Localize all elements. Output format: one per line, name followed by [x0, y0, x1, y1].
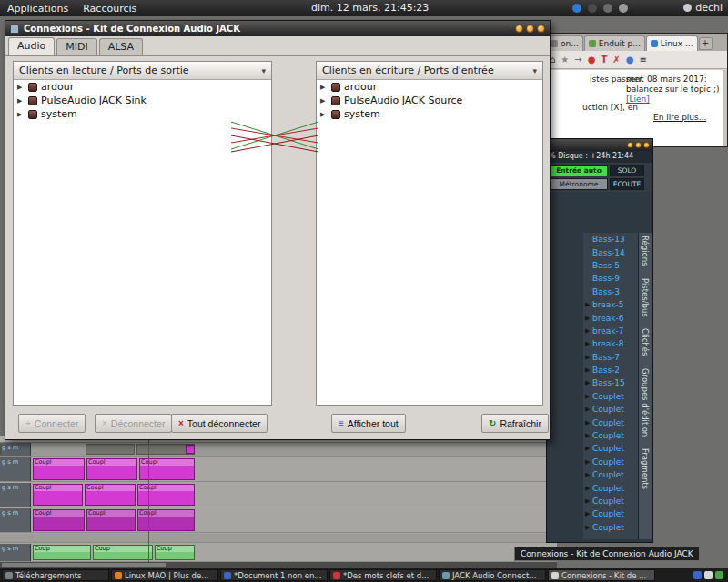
- tab-audio[interactable]: Audio: [8, 37, 55, 55]
- expander-icon[interactable]: ▶: [585, 510, 591, 517]
- audio-region[interactable]: [0, 444, 2, 455]
- expander-icon[interactable]: ▶: [585, 445, 591, 452]
- region-list-item[interactable]: ▶Couplet: [583, 416, 640, 428]
- browser-scrollbar[interactable]: [723, 70, 727, 146]
- camera-icon[interactable]: [588, 4, 597, 13]
- audio-region[interactable]: Coupl: [86, 458, 137, 480]
- disconnect-button[interactable]: ×Déconnecter: [95, 414, 172, 433]
- minimize-button[interactable]: [515, 25, 523, 33]
- audio-region[interactable]: Coup: [155, 545, 195, 560]
- expander-icon[interactable]: ▶: [585, 406, 591, 413]
- expander-icon[interactable]: ▶: [17, 84, 25, 91]
- show-all-button[interactable]: ≡Afficher tout: [331, 414, 406, 433]
- expander-icon[interactable]: ▶: [17, 97, 25, 105]
- region-list-item[interactable]: Bass-9: [583, 272, 640, 285]
- share-icon[interactable]: →: [574, 55, 581, 65]
- audio-region[interactable]: Coupl: [86, 509, 136, 531]
- clock[interactable]: dim. 12 mars, 21:45:23: [311, 2, 429, 14]
- horizontal-scrollbar[interactable]: [0, 562, 557, 568]
- side-tab-pistes[interactable]: Pistes/bus: [641, 278, 650, 317]
- region-list-item[interactable]: ▶Couplet: [583, 429, 640, 442]
- task-connexions[interactable]: Connexions - Kit de ...: [548, 569, 655, 581]
- tab-alsa[interactable]: ALSA: [99, 38, 143, 55]
- adblock-icon[interactable]: ●: [588, 55, 596, 65]
- region-list-item[interactable]: ▶Couplet: [583, 403, 640, 416]
- expander-icon[interactable]: ▶: [585, 497, 591, 505]
- close-button[interactable]: [537, 25, 545, 33]
- side-tab-regions[interactable]: Régions: [641, 236, 650, 266]
- audio-region[interactable]: [86, 444, 135, 455]
- region-list-item[interactable]: ▶break-7: [583, 325, 640, 337]
- client-item[interactable]: ▶PulseAudio JACK Sink: [14, 94, 271, 107]
- scrollbar-thumb[interactable]: [2, 563, 166, 567]
- region-list-item[interactable]: ▶Couplet: [583, 495, 640, 507]
- audio-region[interactable]: [186, 445, 195, 454]
- jack-titlebar[interactable]: Connexions - Kit de Connexion Audio JACK: [5, 21, 550, 36]
- messenger-icon[interactable]: [572, 4, 581, 13]
- region-list-item[interactable]: ▶Bass-15: [583, 376, 640, 389]
- client-item[interactable]: ▶ardour: [14, 80, 271, 94]
- translate-icon[interactable]: T: [601, 55, 607, 65]
- side-tab-fragments[interactable]: Fragments: [641, 448, 650, 489]
- expander-icon[interactable]: ▶: [585, 315, 591, 322]
- expander-icon[interactable]: ▶: [585, 432, 591, 439]
- audio-region[interactable]: Coupl: [137, 509, 195, 531]
- expander-icon[interactable]: ▶: [585, 471, 591, 478]
- region-list-item[interactable]: ▶Couplet: [583, 442, 640, 455]
- audio-region[interactable]: Coupl: [137, 484, 195, 506]
- track-header[interactable]: g s m: [0, 443, 31, 456]
- audio-region[interactable]: Coupl: [33, 509, 85, 531]
- client-item[interactable]: ▶system: [14, 107, 271, 121]
- client-item[interactable]: ▶PulseAudio JACK Source: [317, 94, 542, 107]
- auto-input-button[interactable]: Entrée auto: [550, 165, 608, 176]
- bookmark-star-icon[interactable]: ★: [561, 55, 569, 65]
- audio-region[interactable]: Coupl: [85, 484, 136, 506]
- expander-icon[interactable]: ▶: [585, 458, 591, 466]
- expander-icon[interactable]: ▶: [585, 327, 591, 335]
- expander-icon[interactable]: ▶: [320, 97, 328, 105]
- task-telechargements[interactable]: Téléchargements: [2, 569, 109, 581]
- client-item[interactable]: ▶ardour: [317, 80, 542, 94]
- new-tab-button[interactable]: +: [699, 37, 713, 50]
- user-menu[interactable]: dechi: [683, 2, 723, 14]
- task-jack[interactable]: JACK Audio Connect...: [439, 569, 546, 581]
- minimize-button[interactable]: [627, 142, 633, 148]
- menu-icon[interactable]: ≡: [639, 55, 646, 65]
- region-list-item[interactable]: ▶Couplet: [583, 390, 640, 403]
- tray-indicator-1[interactable]: [693, 571, 702, 579]
- audio-region[interactable]: Coup: [33, 545, 91, 560]
- region-list-item[interactable]: Bass-14: [583, 246, 640, 258]
- region-list-item[interactable]: ▶Couplet: [583, 456, 640, 468]
- audio-region[interactable]: Coupl: [33, 458, 85, 480]
- region-list-item[interactable]: ▶Couplet: [583, 481, 640, 494]
- expander-icon[interactable]: ▶: [585, 393, 591, 400]
- expander-icon[interactable]: ▶: [585, 366, 591, 374]
- browser-tab-linux[interactable]: Linux ...: [646, 35, 698, 51]
- disconnect-all-button[interactable]: ×Tout déconnecter: [171, 414, 268, 433]
- refresh-button[interactable]: ↻Rafraîchir: [481, 414, 549, 433]
- input-ports-header[interactable]: Clients en écriture / Ports d'entrée ▾: [317, 62, 542, 80]
- region-list-item[interactable]: ▶Couplet: [583, 507, 640, 520]
- region-list-item[interactable]: Bass-5: [583, 259, 640, 272]
- output-ports-header[interactable]: Clients en lecture / Ports de sortie ▾: [14, 62, 271, 80]
- expander-icon[interactable]: ▶: [585, 301, 591, 308]
- expander-icon[interactable]: ▶: [585, 524, 591, 531]
- region-list-item[interactable]: ▶break-5: [583, 298, 640, 311]
- side-tab-groupes[interactable]: Groupes d'édition: [641, 368, 650, 436]
- region-list-item[interactable]: ▶Couplet: [583, 521, 640, 534]
- metronome-button[interactable]: Métronome: [550, 178, 608, 190]
- expander-icon[interactable]: ▶: [320, 111, 328, 118]
- region-list-item[interactable]: ▶Bass-7: [583, 351, 640, 364]
- maximize-button[interactable]: [635, 142, 642, 148]
- media-player-icon[interactable]: [603, 4, 612, 13]
- read-more-link[interactable]: En lire plus...: [653, 113, 706, 122]
- expander-icon[interactable]: ▶: [585, 340, 591, 347]
- task-document[interactable]: *Document 1 non en...: [220, 569, 328, 581]
- expander-icon[interactable]: ▶: [585, 485, 591, 492]
- menu-applications[interactable]: Applications: [0, 3, 76, 15]
- audition-button[interactable]: ECOUTE: [610, 178, 644, 190]
- solo-button[interactable]: SOLO: [610, 165, 644, 176]
- expander-icon[interactable]: ▶: [17, 111, 25, 118]
- tray-indicator-3[interactable]: [715, 571, 723, 579]
- browser-tab-2[interactable]: Enduit p...: [584, 35, 645, 51]
